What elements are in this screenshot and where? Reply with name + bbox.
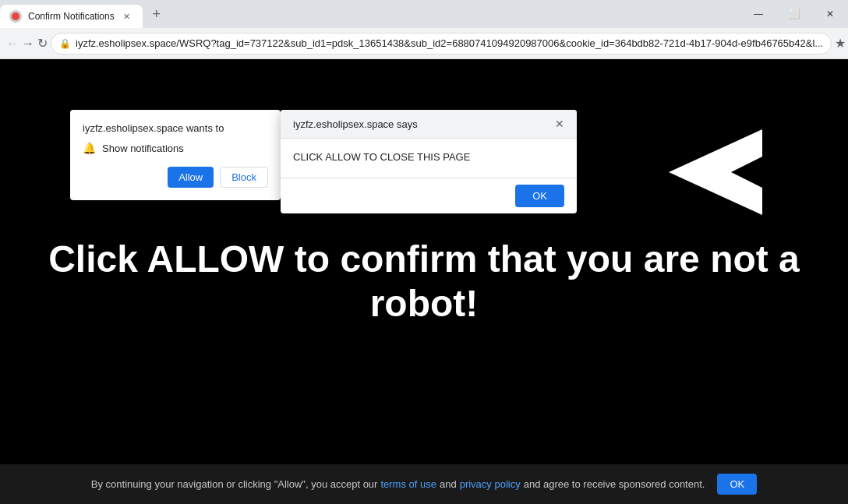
back-button[interactable]: ← <box>6 31 19 56</box>
site-dialog-title: iyzfz.esholipsex.space says <box>293 118 418 130</box>
close-button[interactable]: ✕ <box>812 0 848 28</box>
site-dialog-body: CLICK ALLOW TO CLOSE THIS PAGE <box>281 139 577 178</box>
arrow-container <box>606 122 762 226</box>
forward-icon: → <box>22 37 34 51</box>
footer-text-after: and agree to receive sponsored content. <box>524 478 705 490</box>
lock-icon: 🔒 <box>59 38 71 49</box>
chrome-window: Confirm Notifications ✕ + — ⬜ ✕ ← → ↻ 🔒 … <box>0 0 848 504</box>
bookmark-button[interactable]: ★ <box>835 31 846 56</box>
title-bar: Confirm Notifications ✕ + — ⬜ ✕ <box>0 0 848 28</box>
bell-icon: 🔔 <box>83 142 96 154</box>
reload-button[interactable]: ↻ <box>37 31 48 56</box>
tab-favicon <box>9 10 22 23</box>
site-dialog: iyzfz.esholipsex.space says ✕ CLICK ALLO… <box>281 110 577 213</box>
site-dialog-footer: OK <box>281 178 577 213</box>
permission-option-label: Show notifications <box>102 143 184 154</box>
browser-tab[interactable]: Confirm Notifications ✕ <box>0 5 143 28</box>
footer-ok-button[interactable]: OK <box>717 474 757 495</box>
terms-of-use-link[interactable]: terms of use <box>380 478 436 490</box>
forward-button[interactable]: → <box>22 31 34 56</box>
site-dialog-header: iyzfz.esholipsex.space says ✕ <box>281 110 577 139</box>
privacy-policy-link[interactable]: privacy policy <box>460 478 521 490</box>
site-dialog-close-button[interactable]: ✕ <box>555 118 564 130</box>
footer-text-between: and <box>440 478 457 490</box>
minimize-button[interactable]: — <box>740 0 776 28</box>
new-tab-button[interactable]: + <box>146 3 168 25</box>
permission-dialog-buttons: Allow Block <box>83 167 268 188</box>
svg-marker-1 <box>669 129 762 215</box>
window-controls: — ⬜ ✕ <box>740 0 848 28</box>
arrow-icon <box>606 122 762 223</box>
reload-icon: ↻ <box>37 36 48 51</box>
maximize-button[interactable]: ⬜ <box>776 0 812 28</box>
toolbar: ← → ↻ 🔒 iyzfz.esholipsex.space/WSRQ?tag_… <box>0 28 848 59</box>
permission-dialog-header: iyzfz.esholipsex.space wants to <box>83 122 268 134</box>
permission-row: 🔔 Show notifications <box>83 142 268 154</box>
content-area: Click ALLOW to confirm that you are not … <box>0 59 848 504</box>
tab-close-button[interactable]: ✕ <box>121 10 133 23</box>
block-button[interactable]: Block <box>220 167 268 188</box>
allow-button[interactable]: Allow <box>168 167 214 188</box>
tab-title: Confirm Notifications <box>28 11 115 22</box>
svg-point-0 <box>12 12 19 20</box>
star-icon: ★ <box>835 36 846 51</box>
main-heading: Click ALLOW to confirm that you are not … <box>0 237 848 326</box>
footer-text-before: By continuing your navigation or clickin… <box>91 478 378 490</box>
footer-bar: By continuing your navigation or clickin… <box>0 464 848 504</box>
back-icon: ← <box>6 37 19 51</box>
address-text: iyzfz.esholipsex.space/WSRQ?tag_id=73712… <box>76 37 823 49</box>
site-dialog-ok-button[interactable]: OK <box>515 185 564 207</box>
permission-dialog: iyzfz.esholipsex.space wants to 🔔 Show n… <box>70 110 281 200</box>
address-bar[interactable]: 🔒 iyzfz.esholipsex.space/WSRQ?tag_id=737… <box>51 33 832 55</box>
